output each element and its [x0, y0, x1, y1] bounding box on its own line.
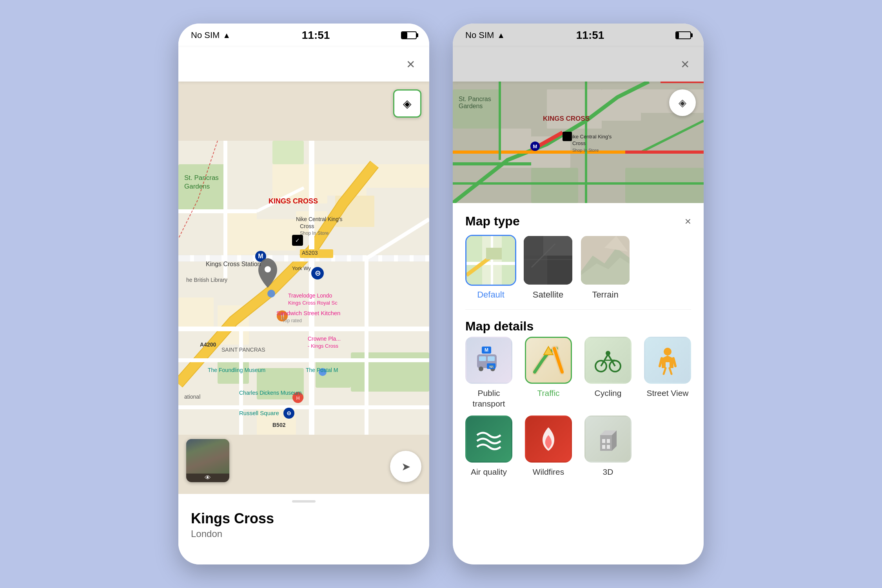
svg-text:M: M — [258, 253, 263, 260]
svg-rect-86 — [479, 356, 486, 361]
wifi-icon: ▲ — [223, 31, 230, 40]
street-view-label: 👁 — [186, 474, 229, 482]
map-type-satellite[interactable]: Satellite — [523, 235, 573, 300]
time-label: 11:51 — [302, 29, 330, 42]
svg-text:Cross: Cross — [300, 223, 314, 229]
detail-label-transit: Public transport — [462, 388, 515, 409]
svg-text:Kings Cross Royal Sc: Kings Cross Royal Sc — [288, 300, 338, 306]
svg-text:Shop In Store: Shop In Store — [572, 148, 599, 152]
svg-rect-61 — [547, 89, 602, 129]
detail-cycling[interactable]: Cycling — [581, 337, 635, 409]
detail-streetview[interactable]: Street View — [641, 337, 694, 409]
status-left-right: No SIM ▲ — [465, 30, 505, 40]
detail-label-airquality: Air quality — [471, 466, 507, 477]
svg-point-24 — [265, 266, 271, 272]
map-type-label-terrain: Terrain — [592, 290, 618, 300]
svg-text:Gardens: Gardens — [184, 183, 210, 190]
svg-text:Nike Central King's: Nike Central King's — [568, 134, 612, 140]
svg-text:SAINT PANCRAS: SAINT PANCRAS — [221, 347, 265, 353]
svg-text:Sandwich Street Kitchen: Sandwich Street Kitchen — [276, 310, 340, 316]
street-view-icon: 👁 — [205, 474, 211, 481]
battery-icon — [401, 31, 417, 39]
detail-wildfires[interactable]: Wildfires — [522, 416, 575, 477]
svg-rect-2 — [272, 141, 304, 164]
detail-transit[interactable]: M 🚌 Public transport — [462, 337, 515, 409]
svg-rect-108 — [602, 439, 605, 443]
navigate-icon: ➤ — [401, 460, 410, 473]
left-phone: No SIM ▲ 11:51 Kings Cross ✕ — [178, 24, 429, 564]
svg-text:The Foundling Museum: The Foundling Museum — [208, 367, 265, 373]
svg-point-101 — [664, 348, 671, 356]
search-input-right[interactable]: Kings Cross — [462, 57, 669, 72]
map-area-right[interactable]: St. Pancras Gardens KINGS CROSS Nike Cen… — [453, 82, 704, 203]
svg-text:KINGS CROSS: KINGS CROSS — [543, 115, 590, 122]
search-bar-left[interactable]: Kings Cross ✕ — [178, 47, 429, 82]
wifi-icon-right: ▲ — [497, 31, 505, 40]
map-type-close[interactable]: × — [685, 215, 691, 228]
svg-rect-15 — [178, 298, 214, 329]
close-button-right[interactable]: ✕ — [675, 55, 694, 74]
layers-button-right[interactable]: ◈ — [669, 89, 696, 116]
svg-text:M: M — [485, 347, 488, 353]
location-subtitle: London — [191, 528, 417, 539]
svg-text:⊝: ⊝ — [315, 269, 321, 277]
layers-icon-left: ◈ — [403, 97, 412, 110]
status-right — [401, 31, 417, 39]
svg-text:KINGS CROSS: KINGS CROSS — [269, 197, 318, 205]
map-type-label-satellite: Satellite — [533, 290, 563, 300]
layers-icon-right: ◈ — [679, 97, 686, 109]
map-type-row: Default Satellite — [453, 235, 704, 306]
svg-rect-102 — [473, 423, 505, 455]
status-bar-left: No SIM ▲ 11:51 — [178, 24, 429, 47]
svg-rect-10 — [225, 211, 257, 258]
svg-text:Cross: Cross — [572, 140, 586, 146]
detail-traffic[interactable]: Traffic — [522, 337, 575, 409]
svg-rect-109 — [607, 439, 610, 443]
battery-icon-right — [675, 31, 691, 39]
detail-label-wildfires: Wildfires — [533, 466, 564, 477]
svg-text:🚌: 🚌 — [489, 363, 494, 368]
svg-text:York Wy: York Wy — [292, 265, 311, 271]
details-grid: M 🚌 Public transport — [453, 337, 704, 486]
svg-text:he British Library: he British Library — [186, 277, 227, 283]
street-view-image — [186, 439, 229, 474]
svg-rect-110 — [602, 445, 605, 449]
street-view-thumbnail[interactable]: 👁 — [186, 439, 229, 482]
svg-text:Travelodge Londo: Travelodge Londo — [288, 292, 332, 299]
svg-text:Gardens: Gardens — [459, 103, 483, 109]
carrier-label: No SIM — [191, 30, 220, 40]
detail-label-streetview: Street View — [647, 388, 689, 398]
map-area-left[interactable]: M ⊝ ⊝ ✓ 🍴 H — [178, 82, 429, 494]
detail-3d[interactable]: 3D — [581, 416, 635, 477]
map-details-header: Map details — [453, 313, 704, 337]
detail-airquality[interactable]: Air quality — [462, 416, 515, 477]
svg-rect-59 — [531, 168, 578, 203]
detail-thumb-streetview — [644, 337, 691, 384]
svg-rect-81 — [524, 256, 547, 286]
map-type-thumb-terrain — [580, 235, 631, 286]
svg-text:H: H — [296, 396, 300, 401]
navigate-button-left[interactable]: ➤ — [390, 451, 421, 482]
svg-text:Shop In Store: Shop In Store — [300, 230, 329, 236]
svg-text:⊝: ⊝ — [287, 410, 291, 416]
layers-button-left[interactable]: ◈ — [393, 89, 421, 118]
search-input-left[interactable]: Kings Cross — [188, 57, 395, 72]
svg-point-88 — [479, 367, 483, 371]
map-svg-left: M ⊝ ⊝ ✓ 🍴 H — [178, 82, 429, 494]
close-button-left[interactable]: ✕ — [401, 55, 420, 74]
search-bar-right[interactable]: Kings Cross ✕ — [453, 47, 704, 82]
svg-text:Nike Central King's: Nike Central King's — [296, 216, 343, 222]
status-bar-right: No SIM ▲ 11:51 — [453, 24, 704, 47]
svg-rect-80 — [543, 236, 573, 256]
map-type-terrain[interactable]: Terrain — [580, 235, 631, 300]
svg-text:The Postal M: The Postal M — [306, 367, 338, 373]
map-type-default[interactable]: Default — [465, 235, 516, 300]
carrier-label-right: No SIM — [465, 30, 494, 40]
svg-text:Kings Cross Station: Kings Cross Station — [206, 261, 261, 267]
location-title: Kings Cross — [191, 510, 417, 527]
status-right-right — [675, 31, 691, 39]
detail-thumb-traffic — [525, 337, 572, 384]
svg-text:- Kings Cross: - Kings Cross — [308, 343, 339, 349]
detail-thumb-wildfires — [525, 416, 572, 463]
svg-rect-77 — [486, 248, 502, 260]
